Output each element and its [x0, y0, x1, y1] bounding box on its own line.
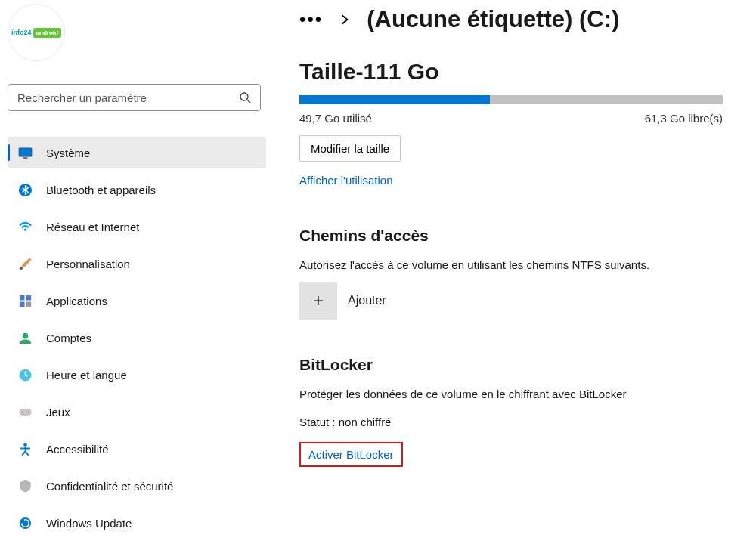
svg-point-12	[23, 332, 29, 338]
avatar: info24android	[8, 4, 65, 61]
main-content: ••• (Aucune étiquette) (C:) Taille-111 G…	[274, 0, 756, 553]
sidebar-item-time-language[interactable]: Heure et langue	[8, 359, 266, 391]
monitor-icon	[18, 146, 33, 160]
storage-progress	[299, 95, 723, 104]
gamepad-icon	[18, 405, 33, 419]
update-icon	[18, 516, 33, 530]
sidebar-item-label: Jeux	[46, 406, 70, 419]
sidebar-item-label: Accessibilité	[46, 443, 109, 456]
search-field[interactable]	[17, 91, 239, 104]
sidebar-item-label: Confidentialité et sécurité	[46, 480, 173, 493]
page-title: (Aucune étiquette) (C:)	[367, 6, 619, 33]
sidebar-item-label: Windows Update	[46, 517, 132, 530]
add-path-row: + Ajouter	[299, 282, 733, 320]
sidebar-item-label: Système	[46, 147, 90, 159]
svg-rect-10	[20, 301, 25, 307]
add-path-label: Ajouter	[348, 294, 386, 307]
sidebar-item-label: Heure et langue	[46, 369, 127, 382]
bitlocker-heading: BitLocker	[299, 356, 733, 374]
apps-icon	[18, 294, 33, 308]
sidebar-item-label: Réseau et Internet	[46, 221, 139, 233]
svg-point-15	[22, 411, 23, 412]
wifi-icon	[18, 220, 33, 234]
svg-point-6	[24, 228, 26, 230]
paths-heading: Chemins d'accès	[299, 227, 733, 245]
svg-rect-9	[26, 295, 31, 300]
sidebar: info24android Système Bluetooth et appar…	[0, 0, 274, 553]
svg-point-17	[23, 443, 27, 446]
storage-used-label: 49,7 Go utilisé	[299, 112, 372, 125]
storage-used-bar	[299, 95, 490, 104]
search-icon	[239, 91, 251, 103]
bitlocker-status: Statut : non chiffré	[299, 416, 733, 428]
storage-labels: 49,7 Go utilisé 61,3 Go libre(s)	[299, 112, 723, 125]
breadcrumb: ••• (Aucune étiquette) (C:)	[299, 6, 733, 33]
svg-line-1	[247, 100, 250, 103]
svg-rect-8	[20, 295, 25, 300]
sidebar-item-personalization[interactable]: Personnalisation	[8, 248, 266, 280]
plus-icon: +	[313, 290, 324, 311]
sidebar-item-games[interactable]: Jeux	[8, 396, 266, 428]
svg-rect-4	[23, 157, 28, 159]
svg-rect-2	[19, 147, 32, 156]
sidebar-item-privacy[interactable]: Confidentialité et sécurité	[8, 470, 266, 502]
sidebar-item-bluetooth[interactable]: Bluetooth et appareils	[8, 174, 266, 205]
sidebar-item-update[interactable]: Windows Update	[8, 507, 266, 539]
sidebar-item-label: Bluetooth et appareils	[46, 184, 156, 196]
brush-icon	[18, 257, 33, 271]
sidebar-item-accessibility[interactable]: Accessibilité	[8, 433, 266, 465]
svg-point-16	[27, 411, 29, 412]
sidebar-item-label: Personnalisation	[46, 258, 130, 270]
add-path-button[interactable]: +	[299, 282, 337, 320]
activate-bitlocker-link[interactable]: Activer BitLocker	[299, 442, 403, 467]
storage-free-label: 61,3 Go libre(s)	[645, 112, 723, 125]
svg-point-7	[20, 267, 23, 270]
bitlocker-description: Protéger les données de ce volume en le …	[299, 388, 733, 400]
sidebar-item-accounts[interactable]: Comptes	[8, 322, 266, 354]
bluetooth-icon	[18, 183, 33, 197]
sidebar-item-network[interactable]: Réseau et Internet	[8, 211, 266, 243]
shield-icon	[18, 479, 33, 493]
show-usage-link[interactable]: Afficher l'utilisation	[299, 174, 392, 187]
size-heading: Taille-111 Go	[299, 59, 733, 85]
sidebar-item-label: Applications	[46, 295, 107, 307]
svg-point-0	[240, 93, 248, 100]
sidebar-item-label: Comptes	[46, 332, 91, 344]
svg-rect-14	[20, 409, 31, 415]
svg-rect-11	[26, 301, 31, 307]
chevron-right-icon	[339, 14, 350, 25]
breadcrumb-more-icon[interactable]: •••	[299, 9, 323, 30]
sidebar-item-system[interactable]: Système	[8, 137, 266, 168]
person-icon	[18, 331, 33, 345]
clock-globe-icon	[18, 368, 33, 382]
paths-description: Autorisez l'accès à ce volume en utilisa…	[299, 258, 733, 271]
sidebar-nav: Système Bluetooth et appareils Réseau et…	[8, 137, 266, 539]
search-input[interactable]	[8, 84, 261, 111]
sidebar-item-apps[interactable]: Applications	[8, 285, 266, 317]
accessibility-icon	[18, 442, 33, 456]
modify-size-button[interactable]: Modifier la taille	[299, 135, 401, 162]
